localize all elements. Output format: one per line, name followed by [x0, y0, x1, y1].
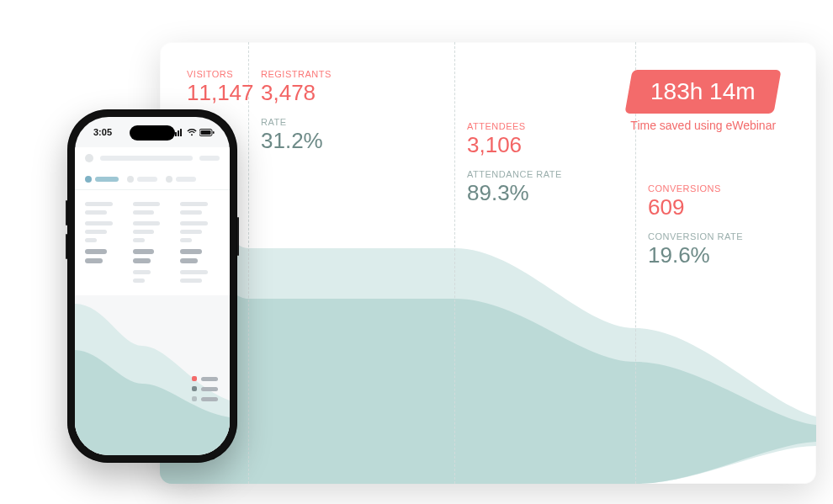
- metric-label: ATTENDEES: [467, 121, 562, 131]
- tab-item[interactable]: [166, 176, 196, 183]
- analytics-dashboard: VISITORS 11,147 REGISTRANTS 3,478 RATE 3…: [160, 42, 816, 484]
- metric-conversions: CONVERSIONS 609 CONVERSION RATE 19.6%: [648, 183, 743, 267]
- metric-label: REGISTRANTS: [261, 69, 332, 79]
- bullet-icon: [85, 176, 92, 183]
- legend-swatch: [192, 396, 197, 401]
- volume-up-button: [66, 200, 67, 225]
- metrics-skeleton-grid: [75, 190, 230, 295]
- skeleton-cell: [180, 202, 220, 287]
- metric-rate-label: ATTENDANCE RATE: [467, 169, 562, 179]
- metric-rate-value: 31.2%: [261, 129, 332, 153]
- legend-swatch: [192, 386, 197, 391]
- app-header: [75, 147, 230, 169]
- metric-value: 11,147: [187, 81, 254, 105]
- skeleton-line: [100, 156, 193, 161]
- phone-screen: 3:05: [75, 117, 230, 455]
- legend-item: [192, 386, 218, 391]
- legend-swatch: [192, 376, 197, 381]
- dynamic-island: [130, 125, 175, 141]
- tab-label: [137, 177, 157, 182]
- metric-rate-label: RATE: [261, 117, 332, 127]
- tab-item[interactable]: [127, 176, 157, 183]
- legend-item: [192, 376, 218, 381]
- metric-visitors: VISITORS 11,147: [187, 69, 254, 105]
- metric-value: 3,478: [261, 81, 332, 105]
- metric-label: CONVERSIONS: [648, 183, 743, 194]
- svg-rect-3: [180, 129, 182, 136]
- svg-rect-5: [201, 130, 211, 135]
- time-saved-badge: 183h 14m Time saved using eWebinar: [629, 70, 777, 132]
- phone-mockup: 3:05: [67, 109, 237, 463]
- tab-bar: [75, 169, 230, 190]
- legend-item: [192, 396, 218, 401]
- metric-rate-label: CONVERSION RATE: [648, 231, 743, 241]
- skeleton-cell: [133, 202, 172, 287]
- avatar[interactable]: [85, 154, 93, 162]
- skeleton-cell: [85, 202, 125, 287]
- status-icons: [172, 129, 215, 136]
- bullet-icon: [127, 176, 134, 183]
- metric-rate-value: 89.3%: [467, 181, 562, 205]
- metric-value: 609: [648, 195, 743, 220]
- time-saved-value: 183h 14m: [625, 70, 782, 114]
- metric-value: 3,106: [467, 133, 562, 157]
- svg-rect-6: [213, 131, 215, 134]
- battery-icon: [199, 129, 215, 136]
- tab-item[interactable]: [85, 176, 119, 183]
- tab-label: [95, 177, 119, 182]
- mini-legend: [192, 376, 218, 401]
- stage-divider: [454, 42, 455, 484]
- skeleton-line: [199, 156, 220, 161]
- svg-rect-2: [178, 130, 179, 136]
- metric-rate-value: 19.6%: [648, 243, 743, 268]
- wifi-icon: [187, 129, 197, 136]
- volume-down-button: [66, 234, 67, 259]
- legend-label: [201, 387, 218, 391]
- power-button: [237, 217, 239, 256]
- svg-rect-1: [175, 132, 177, 136]
- metric-registrants: REGISTRANTS 3,478 RATE 31.2%: [261, 69, 332, 152]
- legend-label: [201, 397, 218, 401]
- time-saved-caption: Time saved using eWebinar: [629, 119, 777, 132]
- bullet-icon: [166, 176, 172, 183]
- legend-label: [201, 377, 218, 381]
- clock: 3:05: [93, 127, 112, 137]
- tab-label: [176, 177, 196, 182]
- metric-attendees: ATTENDEES 3,106 ATTENDANCE RATE 89.3%: [467, 121, 562, 204]
- stage-divider: [248, 42, 249, 484]
- metric-label: VISITORS: [187, 69, 254, 79]
